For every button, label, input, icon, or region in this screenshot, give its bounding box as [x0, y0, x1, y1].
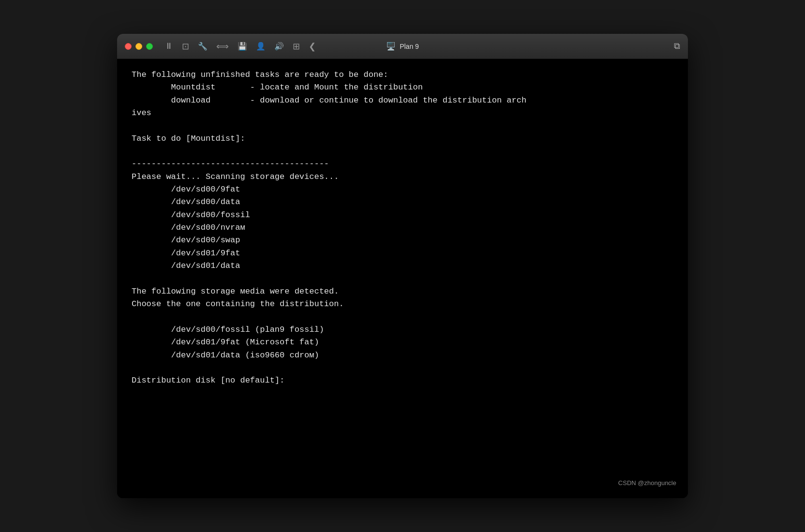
volume-icon[interactable]: 🔊: [274, 42, 284, 51]
toolbar-icons: ⏸ ⊡ 🔧 ⟺ 💾 👤 🔊 ⊞ ❮: [164, 41, 316, 52]
wrench-icon[interactable]: 🔧: [198, 42, 208, 51]
terminal-line: /dev/sd00/swap: [132, 234, 673, 247]
terminal-line: /dev/sd01/data: [132, 260, 673, 272]
terminal-line-empty: [132, 273, 673, 285]
terminal-line: ives: [132, 107, 673, 119]
terminal-line: Choose the one containing the distributi…: [132, 298, 673, 310]
terminal-line: /dev/sd00/9fat: [132, 183, 673, 196]
arrows-icon[interactable]: ⟺: [216, 41, 229, 52]
terminal-line: The following storage мedia were detecte…: [132, 285, 673, 298]
minimize-button[interactable]: [135, 43, 142, 50]
terminal-line: /dev/sd01/9fat: [132, 247, 673, 260]
terminal-line: Mountdist - locate and Mount the distrib…: [132, 81, 673, 94]
pause-icon[interactable]: ⏸: [164, 41, 173, 51]
terminal-line-empty: [132, 311, 673, 324]
terminal-line-empty: [132, 362, 673, 374]
terminal-line: /dev/sd01/9fat (Microsoft fat): [132, 336, 673, 349]
terminal-line: /dev/sd00/fossil (plan9 fossil): [132, 324, 673, 336]
maximize-button[interactable]: [146, 43, 153, 50]
terminal-line-empty: [132, 119, 673, 132]
window-title: 🖥️ Plan 9: [386, 42, 419, 51]
terminal-line: /dev/sd01/data (iso9660 cdroм): [132, 349, 673, 362]
windows-icon[interactable]: ⊞: [293, 41, 300, 52]
back-icon[interactable]: ❮: [309, 41, 316, 52]
app-icon: 🖥️: [386, 42, 396, 51]
save-icon[interactable]: 💾: [238, 42, 247, 51]
traffic-lights: [125, 43, 153, 50]
terminal-line: ----------------------------------------: [132, 158, 673, 170]
terminal-line-empty: [132, 145, 673, 158]
terminal-line: Distribution disk [no default]:: [132, 374, 673, 387]
close-button[interactable]: [125, 43, 132, 50]
terminal-body[interactable]: The following unfinished tasks are ready…: [117, 59, 688, 498]
terminal-line: download - download or continue to downl…: [132, 94, 673, 107]
terminal-line: The following unfinished tasks are ready…: [132, 69, 673, 81]
terminal-line: Please wait... Scanning storage devices.…: [132, 171, 673, 183]
window-title-text: Plan 9: [400, 43, 419, 50]
terminal-line: Task to do [Mountdist]:: [132, 133, 673, 145]
terminal-line: /dev/sd00/fossil: [132, 209, 673, 222]
grid-icon[interactable]: ⊡: [182, 41, 189, 52]
terminal-line: /dev/sd00/nvraм: [132, 222, 673, 234]
copy-button[interactable]: ⧉: [674, 41, 680, 51]
terminal-window: ⏸ ⊡ 🔧 ⟺ 💾 👤 🔊 ⊞ ❮ 🖥️ Plan 9 ⧉ The follow…: [117, 34, 688, 498]
terminal-line: /dev/sd00/data: [132, 196, 673, 208]
watermark: CSDN @zhonguncle: [618, 479, 676, 487]
titlebar: ⏸ ⊡ 🔧 ⟺ 💾 👤 🔊 ⊞ ❮ 🖥️ Plan 9 ⧉: [117, 34, 688, 59]
user-icon[interactable]: 👤: [256, 42, 266, 51]
